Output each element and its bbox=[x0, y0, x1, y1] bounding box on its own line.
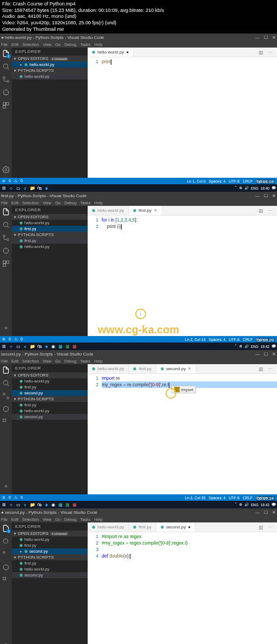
open-editor-first[interactable]: ⬢first.py bbox=[12, 384, 88, 390]
status-errors-icon[interactable]: ⊘ bbox=[2, 179, 5, 183]
window-close-icon[interactable]: ✕ bbox=[272, 193, 276, 198]
tray-up-icon[interactable]: ˄ bbox=[235, 344, 237, 348]
status-spaces[interactable]: Spaces: 4 bbox=[209, 179, 226, 183]
menu-edit[interactable]: Edit bbox=[11, 200, 18, 205]
open-editor-hello[interactable]: ⬢hello-world.py bbox=[12, 62, 88, 68]
debug-icon[interactable] bbox=[2, 247, 10, 254]
tray-up-icon[interactable]: ˄ bbox=[235, 186, 237, 190]
start-icon[interactable]: ⊞ bbox=[1, 185, 7, 191]
file-second[interactable]: ⬢second.py bbox=[12, 572, 88, 578]
tray-volume-icon[interactable]: 🔊 bbox=[245, 344, 249, 348]
edge-icon[interactable]: e bbox=[22, 185, 28, 191]
extensions-icon[interactable] bbox=[2, 418, 10, 426]
menu-tasks[interactable]: Tasks bbox=[80, 42, 90, 47]
file-first[interactable]: ⬢first.py bbox=[12, 238, 88, 244]
open-editor-second[interactable]: ⬢second.py bbox=[12, 548, 88, 554]
menu-selection[interactable]: Selection bbox=[22, 42, 39, 47]
files-icon[interactable] bbox=[2, 366, 10, 374]
code-lines[interactable]: for i in [1,2,3,4,5]: print (i) bbox=[102, 217, 277, 336]
section-open-editors[interactable]: OPEN EDITORS bbox=[12, 372, 88, 378]
close-icon[interactable]: ✕ bbox=[154, 208, 157, 213]
explorer-icon[interactable]: 📁 bbox=[29, 185, 35, 191]
tray-volume-icon[interactable]: 🔊 bbox=[245, 186, 249, 190]
cortana-icon[interactable]: ○ bbox=[8, 185, 14, 191]
taskview-icon[interactable]: ▭ bbox=[15, 344, 21, 350]
code-editor[interactable]: 1 print bbox=[88, 57, 277, 178]
menu-help[interactable]: Help bbox=[94, 42, 102, 47]
menu-debug[interactable]: Debug bbox=[64, 42, 76, 47]
source-control-icon[interactable] bbox=[2, 76, 10, 83]
tray-notifications-icon[interactable]: 💬 bbox=[272, 344, 276, 348]
app-icon[interactable]: ▦ bbox=[57, 344, 63, 350]
start-icon[interactable]: ⊞ bbox=[1, 344, 7, 350]
search-icon[interactable] bbox=[2, 538, 10, 545]
status-lncol[interactable]: Ln 2, Col 14 bbox=[185, 338, 206, 341]
chrome-icon[interactable]: ◉ bbox=[50, 344, 56, 350]
source-control-icon[interactable] bbox=[2, 234, 10, 242]
file-second[interactable]: ⬢second.py bbox=[12, 414, 88, 420]
window-minimize-icon[interactable]: — bbox=[255, 193, 260, 198]
section-python-scripts[interactable]: PYTHON-SCRIPTS bbox=[12, 396, 88, 402]
edge-icon[interactable]: e bbox=[22, 344, 28, 350]
debug-icon[interactable] bbox=[2, 89, 10, 96]
search-icon[interactable] bbox=[2, 221, 10, 229]
tray-network-icon[interactable]: ⊕ bbox=[239, 186, 242, 190]
files-icon[interactable] bbox=[2, 208, 10, 216]
window-minimize-icon[interactable]: — bbox=[255, 35, 260, 40]
menu-view[interactable]: View bbox=[43, 42, 51, 47]
app-icon[interactable]: ▦ bbox=[71, 344, 77, 350]
split-editor-icon[interactable]: ▥ bbox=[259, 50, 263, 55]
file-hello[interactable]: ⬢hello-world.py bbox=[12, 566, 88, 572]
menu-edit[interactable]: Edit bbox=[11, 42, 18, 47]
open-editor-first[interactable]: ⬢first.py bbox=[12, 226, 88, 232]
search-icon[interactable] bbox=[2, 379, 10, 387]
status-eol[interactable]: CRLF bbox=[243, 179, 253, 183]
tab-hello[interactable]: ⬢hello-world.py bbox=[88, 206, 129, 215]
code-editor[interactable]: 12 for i in [1,2,3,4,5]: print (i) bbox=[88, 216, 277, 336]
close-icon[interactable]: ✕ bbox=[188, 366, 192, 371]
source-control-icon[interactable] bbox=[2, 392, 10, 400]
open-editor-first[interactable]: ⬢first.py bbox=[12, 542, 88, 548]
menu-go[interactable]: Go bbox=[55, 42, 61, 47]
status-warnings-icon[interactable]: ⚠ bbox=[14, 337, 17, 341]
window-maximize-icon[interactable]: ☐ bbox=[264, 35, 268, 40]
section-python-scripts[interactable]: PYTHON-SCRIPTS bbox=[12, 554, 88, 560]
tab-first[interactable]: ⬢first.py✕ bbox=[129, 206, 162, 215]
search-icon[interactable] bbox=[2, 63, 10, 70]
file-first[interactable]: ⬢first.py bbox=[12, 402, 88, 408]
app-icon[interactable]: ▦ bbox=[64, 344, 70, 350]
menu-help[interactable]: Help bbox=[94, 200, 102, 205]
status-encoding[interactable]: UTF-8 bbox=[229, 179, 240, 183]
section-open-editors[interactable]: OPEN EDITORS bbox=[12, 214, 88, 220]
menu-go[interactable]: Go bbox=[55, 200, 61, 205]
tab-first[interactable]: ⬢first.py bbox=[129, 364, 156, 373]
open-editor-hello[interactable]: ⬢hello-world.py bbox=[12, 220, 88, 226]
section-python-scripts[interactable]: PYTHON-SCRIPTS bbox=[12, 232, 88, 238]
status-warnings-icon[interactable]: ⚠ bbox=[14, 179, 17, 183]
split-editor-icon[interactable]: ▥ bbox=[259, 208, 263, 213]
window-maximize-icon[interactable]: ☐ bbox=[264, 193, 268, 198]
tab-second[interactable]: ⬢second.py✕ bbox=[156, 364, 196, 373]
code-lines[interactable]: #import re as regex #my_regex = regex.co… bbox=[102, 533, 277, 644]
settings-icon[interactable] bbox=[2, 482, 10, 490]
debug-icon[interactable] bbox=[2, 405, 10, 413]
status-lncol[interactable]: Ln 1, Col 6 bbox=[187, 179, 206, 183]
open-editor-second[interactable]: ⬢second.py bbox=[12, 390, 88, 396]
taskview-icon[interactable]: ▭ bbox=[15, 185, 21, 191]
more-icon[interactable]: ⋯ bbox=[268, 50, 273, 55]
menu-file[interactable]: File bbox=[1, 200, 8, 205]
extensions-icon[interactable] bbox=[2, 260, 10, 267]
section-open-editors[interactable]: OPEN EDITORS1 unsaved bbox=[12, 531, 88, 536]
debug-icon[interactable] bbox=[2, 564, 10, 571]
tab-hello[interactable]: ⬢hello-world.py bbox=[88, 364, 129, 373]
file-hello[interactable]: ⬢hello-world.py bbox=[12, 73, 88, 79]
files-icon[interactable]: 1 bbox=[2, 525, 10, 532]
vscode-icon[interactable]: ◈ bbox=[43, 344, 49, 350]
store-icon[interactable]: 🛍 bbox=[36, 344, 42, 350]
settings-icon[interactable] bbox=[2, 324, 10, 332]
status-errors-icon[interactable]: ⊘ bbox=[2, 337, 5, 341]
more-icon[interactable]: ⋯ bbox=[268, 208, 273, 213]
section-open-editors[interactable]: OPEN EDITORS1 unsaved bbox=[12, 56, 88, 62]
file-first[interactable]: ⬢first.py bbox=[12, 560, 88, 566]
file-hello[interactable]: ⬢hello-world.py bbox=[12, 244, 88, 250]
